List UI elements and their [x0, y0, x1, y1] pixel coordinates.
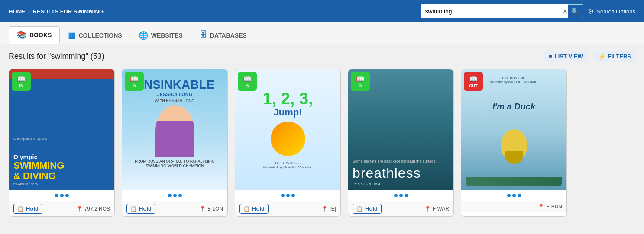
search-clear-button[interactable]: ✕ — [563, 8, 568, 14]
tab-databases[interactable]: 🗄 DATABASES — [191, 26, 255, 44]
location-value: B LON — [207, 206, 223, 212]
book-card-unsinkable[interactable]: 📖 IN UNSINKABLE JESSICA LONG WITH HANNAH… — [122, 69, 228, 217]
location-value: F WAR — [433, 206, 449, 212]
tab-databases-label: DATABASES — [210, 32, 247, 39]
dot-1 — [394, 194, 398, 197]
card-dots — [9, 190, 114, 201]
dot-2 — [173, 194, 177, 197]
book-footer-unsinkable: 📋 Hold 📍 B LON — [122, 201, 227, 216]
book-badge-icon: 📖 — [356, 75, 365, 83]
pin-icon: 📍 — [321, 206, 328, 212]
hold-label: Hold — [139, 205, 152, 212]
search-input[interactable] — [421, 4, 568, 18]
book-badge-icon: 📖 — [130, 75, 139, 83]
tab-collections[interactable]: ▦ COLLECTIONS — [60, 26, 130, 44]
results-title: Results for "swimming" (53) — [9, 52, 104, 61]
book-card-breathless[interactable]: 📖 IN Some secrets are best kept beneath … — [348, 69, 454, 217]
books-grid: 📖 IN Checkpoints in Sports Olympic SWIMM… — [9, 69, 635, 217]
tab-websites[interactable]: 🌐 WEBSITES — [130, 26, 191, 44]
person-illustration — [155, 105, 194, 157]
book-footer-breathless: 📋 Hold 📍 F WAR — [348, 201, 453, 216]
badge-label: IN — [133, 83, 136, 88]
filters-icon: ⚡ — [599, 53, 605, 60]
book-cover-breathless: 📖 IN Some secrets are best kept beneath … — [348, 69, 453, 190]
header: HOME › RESULTS FOR SWIMMING ✕ 🔍 ⚙ Search… — [0, 0, 644, 22]
dot-1 — [281, 194, 285, 197]
hold-icon: 📋 — [130, 206, 137, 212]
breadcrumb-separator: › — [28, 8, 30, 15]
dot-2 — [512, 194, 516, 197]
dot-1 — [507, 194, 511, 197]
card-dots — [348, 190, 453, 201]
filters-button[interactable]: ⚡ FILTERS — [594, 51, 635, 62]
hold-icon: 📋 — [17, 206, 24, 212]
location: 📍 F WAR — [424, 206, 449, 212]
tab-collections-label: COLLECTIONS — [78, 32, 122, 39]
hold-label: Hold — [252, 205, 265, 212]
dot-1 — [55, 194, 58, 197]
hold-icon: 📋 — [243, 206, 250, 212]
book-badge-icon: 📖 — [243, 75, 252, 83]
badge-label: IN — [246, 83, 249, 88]
card-dots — [122, 190, 227, 201]
header-navigation: HOME › RESULTS FOR SWIMMING — [9, 8, 416, 15]
search-options-icon: ⚙ — [588, 7, 594, 16]
badge-label: IN — [19, 83, 23, 88]
hold-icon: 📋 — [356, 206, 363, 212]
book-badge-icon: 📖 — [469, 75, 478, 83]
results-header: Results for "swimming" (53) ≡ LIST VIEW … — [9, 51, 635, 62]
websites-icon: 🌐 — [139, 31, 148, 40]
book-card-jump[interactable]: 📖 IN 1, 2, 3, Jump! Lisi H. Detlefsonill… — [235, 69, 341, 217]
book-cover-duck: 📖 OUT EVE BUNTINGillustrated by WILL HIL… — [461, 69, 566, 190]
dot-3 — [405, 194, 408, 197]
availability-badge: 📖 OUT — [464, 72, 483, 91]
databases-icon: 🗄 — [199, 31, 207, 40]
search-options-label: Search Options — [596, 8, 635, 15]
search-go-button[interactable]: 🔍 — [568, 4, 583, 18]
location-value: [E] — [330, 206, 336, 212]
card-dots — [461, 190, 566, 201]
collections-icon: ▦ — [68, 31, 75, 40]
dot-1 — [168, 194, 172, 197]
dot-2 — [399, 194, 403, 197]
list-view-button[interactable]: ≡ LIST VIEW — [544, 51, 587, 62]
availability-badge: 📖 IN — [125, 72, 144, 91]
results-actions: ≡ LIST VIEW ⚡ FILTERS — [544, 51, 635, 62]
availability-badge: 📖 IN — [12, 72, 31, 91]
dot-3 — [518, 194, 521, 197]
tabs-bar: 📚 BOOKS ▦ COLLECTIONS 🌐 WEBSITES 🗄 DATAB… — [0, 22, 644, 44]
location: 📍 B LON — [199, 206, 223, 212]
card-dots — [235, 190, 340, 201]
search-options-button[interactable]: ⚙ Search Options — [588, 7, 635, 16]
hold-button[interactable]: 📋 Hold — [353, 204, 382, 214]
hold-button[interactable]: 📋 Hold — [13, 204, 42, 214]
tab-books-label: BOOKS — [29, 32, 52, 38]
home-link[interactable]: HOME — [9, 8, 26, 15]
location-value: 797.2 ROS — [84, 206, 110, 212]
book-card-swimming-diving[interactable]: 📖 IN Checkpoints in Sports Olympic SWIMM… — [9, 69, 115, 217]
dot-3 — [291, 194, 295, 197]
availability-badge: 📖 IN — [351, 72, 370, 91]
dot-3 — [65, 194, 69, 197]
tab-websites-label: WEBSITES — [151, 32, 183, 39]
duck-illustration — [501, 129, 527, 160]
list-view-icon: ≡ — [549, 53, 552, 60]
hold-button[interactable]: 📋 Hold — [126, 204, 155, 214]
badge-label: IN — [359, 83, 362, 88]
location: 📍 E BUN — [538, 204, 562, 210]
availability-badge: 📖 IN — [238, 72, 257, 91]
list-view-label: LIST VIEW — [555, 53, 583, 60]
content-area: Results for "swimming" (53) ≡ LIST VIEW … — [0, 44, 644, 224]
location: 📍 797.2 ROS — [76, 206, 110, 212]
pin-icon: 📍 — [538, 204, 544, 210]
tab-books[interactable]: 📚 BOOKS — [9, 26, 60, 44]
book-cover-jump: 📖 IN 1, 2, 3, Jump! Lisi H. Detlefsonill… — [235, 69, 340, 190]
location: 📍 [E] — [321, 206, 336, 212]
hold-button[interactable]: 📋 Hold — [239, 204, 269, 214]
pin-icon: 📍 — [424, 206, 431, 212]
hold-label: Hold — [26, 205, 39, 212]
hold-label: Hold — [365, 205, 378, 212]
filters-label: FILTERS — [608, 53, 631, 60]
book-footer-duck: 📍 E BUN — [461, 201, 566, 212]
book-card-duck[interactable]: 📖 OUT EVE BUNTINGillustrated by WILL HIL… — [461, 69, 567, 217]
